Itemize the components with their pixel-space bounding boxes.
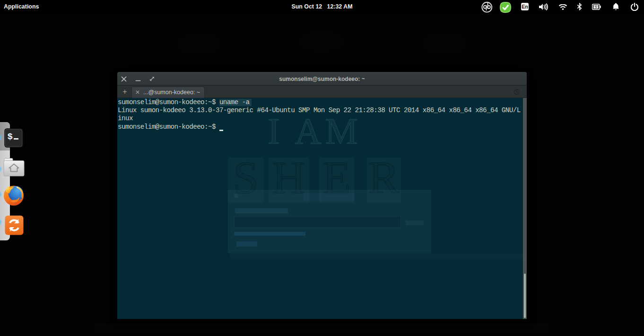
svg-text:$: $ bbox=[8, 132, 13, 142]
